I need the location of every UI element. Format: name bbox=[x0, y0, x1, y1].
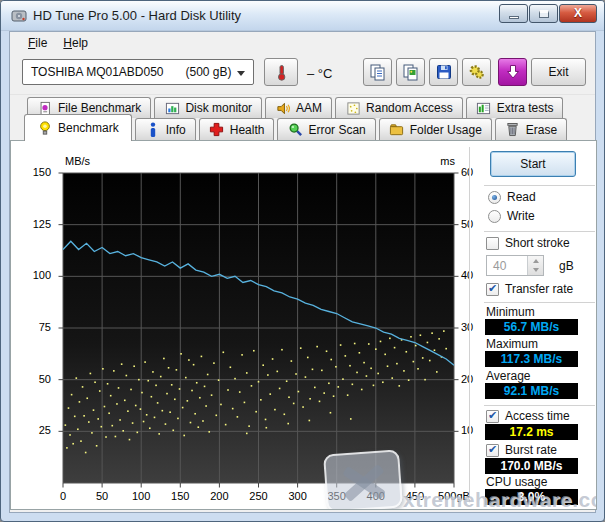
write-radio[interactable] bbox=[488, 210, 501, 223]
axis-tick-label: 20 bbox=[461, 373, 473, 385]
save-button[interactable] bbox=[429, 58, 458, 86]
close-icon: X bbox=[574, 5, 582, 22]
tab-erase[interactable]: Erase bbox=[495, 118, 567, 140]
chevron-down-icon bbox=[237, 71, 245, 76]
axis-tick-label: 250 bbox=[237, 490, 281, 502]
panel-separator-vertical bbox=[469, 147, 471, 503]
spinner-down-button[interactable] bbox=[528, 266, 543, 276]
copy-text-button[interactable] bbox=[363, 58, 392, 86]
menu-file[interactable]: File bbox=[20, 34, 55, 52]
aam-icon bbox=[275, 100, 291, 116]
tab-extra-tests[interactable]: Extra tests bbox=[466, 97, 564, 118]
benchmark-chart bbox=[56, 166, 468, 500]
error-scan-icon bbox=[287, 122, 303, 138]
axis-tick-label: 200 bbox=[197, 490, 241, 502]
minimize-button[interactable] bbox=[499, 4, 528, 23]
tab-error-scan[interactable]: Error Scan bbox=[277, 118, 375, 140]
tab-label: Info bbox=[166, 123, 186, 137]
titlebar: HD Tune Pro 5.00 - Hard Disk Utility X bbox=[1, 1, 604, 31]
separator bbox=[484, 302, 595, 304]
random-access-icon bbox=[345, 100, 361, 116]
transfer-rate-checkbox[interactable] bbox=[486, 283, 499, 296]
tab-health[interactable]: Health bbox=[199, 118, 275, 140]
tab-random-access[interactable]: Random Access bbox=[335, 97, 463, 118]
burst-rate-row[interactable]: Burst rate bbox=[486, 443, 557, 457]
axis-tick-label: 0 bbox=[41, 490, 85, 502]
erase-icon bbox=[505, 122, 521, 138]
tab-info[interactable]: Info bbox=[135, 118, 196, 140]
read-radio-row[interactable]: Read bbox=[488, 190, 536, 204]
access-time-row[interactable]: Access time bbox=[486, 409, 570, 423]
axis-tick-label: 100 bbox=[119, 490, 163, 502]
separator bbox=[484, 405, 595, 407]
temperature-button[interactable] bbox=[264, 58, 298, 86]
copy-image-icon bbox=[402, 63, 420, 81]
copy-image-button[interactable] bbox=[396, 58, 425, 86]
axis-tick-label: 150 bbox=[158, 490, 202, 502]
tab-label: Disk monitor bbox=[185, 101, 252, 115]
spinner-up-button[interactable] bbox=[528, 256, 543, 266]
axis-tick-label: 40 bbox=[461, 269, 473, 281]
axis-tick-label: 25 bbox=[17, 424, 51, 436]
axis-tick-label: 75 bbox=[17, 321, 51, 333]
save-icon bbox=[435, 63, 453, 81]
burst-rate-value: 170.0 MB/s bbox=[485, 458, 578, 474]
axis-tick-label: 400 bbox=[354, 490, 398, 502]
tab-label: Erase bbox=[526, 123, 557, 137]
drive-model: TOSHIBA MQ01ABD050 bbox=[31, 65, 164, 79]
tab-label: Extra tests bbox=[497, 101, 554, 115]
tab-label: Folder Usage bbox=[410, 123, 482, 137]
tab-aam[interactable]: AAM bbox=[265, 97, 332, 118]
close-button[interactable]: X bbox=[559, 4, 597, 23]
temperature-readout: – °C bbox=[307, 66, 332, 81]
extra-tests-icon bbox=[476, 100, 492, 116]
info-icon bbox=[145, 122, 161, 138]
axis-tick-label: 150 bbox=[17, 166, 51, 178]
maximize-button[interactable] bbox=[529, 4, 558, 23]
burst-rate-checkbox[interactable] bbox=[486, 444, 499, 457]
copy-text-icon bbox=[369, 63, 387, 81]
tab-folder-usage[interactable]: Folder Usage bbox=[379, 118, 492, 140]
write-radio-row[interactable]: Write bbox=[488, 209, 535, 223]
toolbar: TOSHIBA MQ01ABD050 (500 gB) – °C bbox=[10, 54, 595, 95]
tab-disk-monitor[interactable]: Disk monitor bbox=[154, 97, 262, 118]
drive-select-combo[interactable]: TOSHIBA MQ01ABD050 (500 gB) bbox=[22, 59, 254, 85]
read-radio[interactable] bbox=[488, 191, 501, 204]
menu-help[interactable]: Help bbox=[55, 34, 96, 52]
tab-benchmark[interactable]: Benchmark bbox=[24, 114, 132, 141]
cpu-usage-label: CPU usage bbox=[486, 475, 547, 489]
options-button[interactable] bbox=[462, 58, 491, 86]
axis-tick-label: 50 bbox=[80, 490, 124, 502]
write-label: Write bbox=[507, 209, 535, 223]
update-button[interactable] bbox=[498, 58, 527, 86]
arrow-down-icon bbox=[533, 268, 539, 272]
health-icon bbox=[209, 122, 225, 138]
maximize-icon bbox=[539, 10, 549, 18]
start-button[interactable]: Start bbox=[490, 151, 576, 177]
arrow-up-icon bbox=[533, 259, 539, 263]
maximum-value: 117.3 MB/s bbox=[485, 351, 578, 367]
minimize-icon bbox=[509, 16, 519, 19]
separator bbox=[484, 185, 595, 187]
access-time-checkbox[interactable] bbox=[486, 410, 499, 423]
exit-button[interactable]: Exit bbox=[531, 58, 586, 86]
minimum-value: 56.7 MB/s bbox=[485, 319, 578, 335]
benchmark-icon bbox=[37, 120, 53, 136]
short-stroke-checkbox[interactable] bbox=[486, 237, 499, 250]
client-area: File Help TOSHIBA MQ01ABD050 (500 gB) – … bbox=[9, 31, 596, 513]
disk-monitor-icon bbox=[164, 100, 180, 116]
axis-tick-label: 100 bbox=[17, 269, 51, 281]
axis-tick-label: 60 bbox=[461, 166, 473, 178]
transfer-rate-row[interactable]: Transfer rate bbox=[486, 282, 573, 296]
tab-label: AAM bbox=[296, 101, 322, 115]
average-value: 92.1 MB/s bbox=[485, 383, 578, 399]
short-stroke-size-spinner[interactable]: 40 bbox=[486, 255, 544, 276]
thermometer-icon bbox=[273, 64, 290, 81]
tab-label: Benchmark bbox=[58, 121, 119, 135]
axis-tick-label: 300 bbox=[276, 490, 320, 502]
short-stroke-row[interactable]: Short stroke bbox=[486, 236, 570, 250]
tab-label: Health bbox=[230, 123, 265, 137]
short-stroke-label: Short stroke bbox=[505, 236, 570, 250]
minimum-label: Minimum bbox=[486, 305, 535, 319]
read-label: Read bbox=[507, 190, 536, 204]
